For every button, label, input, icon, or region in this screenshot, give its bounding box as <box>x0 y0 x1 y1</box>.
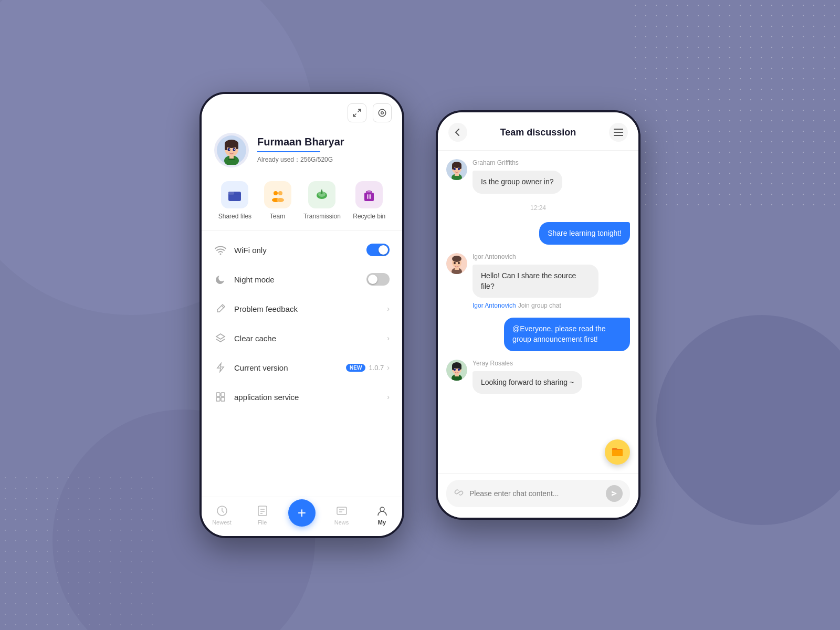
service-label: application service <box>234 393 380 402</box>
svg-point-65 <box>452 256 461 262</box>
link-icon[interactable] <box>454 487 464 500</box>
action-shared-files[interactable]: Shared files <box>218 181 251 220</box>
wifi-toggle[interactable] <box>366 244 390 256</box>
svg-point-12 <box>233 148 236 151</box>
chat-screen: Team discussion <box>438 112 638 518</box>
chat-input-row <box>446 480 630 507</box>
file-label: File <box>258 519 267 526</box>
msg-time: 12:24 <box>446 204 630 212</box>
chevron-icon: › <box>387 334 390 342</box>
newest-label: Newest <box>212 519 232 526</box>
action-team[interactable]: Team <box>264 181 291 220</box>
expand-icon-button[interactable] <box>348 103 366 122</box>
chevron-icon: › <box>387 363 390 372</box>
igor-avatar <box>446 253 467 274</box>
msg-6-content: Yeray Rosales Looking forward to sharing… <box>472 360 582 394</box>
msg-1-sender: Graham Griffiths <box>472 159 562 166</box>
join-notice: Igor Antonovich Join group chat <box>472 302 598 309</box>
feedback-arrow: › <box>387 304 390 313</box>
news-icon <box>335 505 348 517</box>
chat-header: Team discussion <box>438 112 638 151</box>
service-arrow: › <box>387 393 390 401</box>
msg-1-content: Graham Griffiths Is the group owner in? <box>472 159 562 194</box>
svg-rect-15 <box>228 159 235 160</box>
pencil-icon <box>214 302 227 315</box>
join-name: Igor Antonovich <box>472 302 516 309</box>
graham-avatar <box>446 159 467 180</box>
svg-marker-35 <box>217 363 224 372</box>
menu-item-wifi[interactable]: WiFi only <box>202 235 402 265</box>
team-label: Team <box>270 213 285 220</box>
svg-rect-74 <box>459 365 461 370</box>
night-mode-label: Night mode <box>234 275 359 284</box>
msg-3-bubble: Share learning tonight! <box>539 222 630 245</box>
svg-rect-38 <box>216 397 220 401</box>
svg-rect-41 <box>258 506 267 516</box>
message-5: @Everyone, please read the group announc… <box>446 318 630 351</box>
file-icon <box>256 505 269 517</box>
svg-point-11 <box>228 148 230 151</box>
menu-item-cache[interactable]: Clear cache › <box>202 323 402 353</box>
cache-label: Clear cache <box>234 334 380 343</box>
menu-item-version[interactable]: Current version NEW 1.0.7 › <box>202 353 402 382</box>
svg-point-59 <box>454 168 456 170</box>
profile-name: Furmaan Bharyar <box>257 136 390 148</box>
cache-arrow: › <box>387 334 390 342</box>
nav-file[interactable]: File <box>248 505 277 526</box>
float-folder-button[interactable] <box>605 439 630 465</box>
my-icon <box>376 505 388 517</box>
night-toggle[interactable] <box>366 273 390 286</box>
message-1: Graham Griffiths Is the group owner in? <box>446 159 630 194</box>
feedback-label: Problem feedback <box>234 304 380 313</box>
message-3: Share learning tonight! <box>446 222 630 245</box>
news-label: News <box>334 519 349 526</box>
back-button[interactable] <box>448 123 467 142</box>
svg-rect-29 <box>367 194 368 199</box>
action-recycle-bin[interactable]: Recycle bin <box>353 181 385 220</box>
join-text: Join group chat <box>518 302 561 309</box>
add-button[interactable]: + <box>288 499 316 527</box>
svg-point-32 <box>220 254 222 255</box>
msg-5-content: @Everyone, please read the group announc… <box>504 318 630 351</box>
profile-header: Furmaan Bharyar Already used：256G/520G <box>202 128 402 176</box>
svg-point-76 <box>458 368 460 370</box>
chat-messages: Graham Griffiths Is the group owner in? … <box>438 151 638 473</box>
svg-line-1 <box>353 114 356 117</box>
chat-menu-button[interactable] <box>609 123 628 142</box>
chat-title: Team discussion <box>474 127 603 138</box>
settings-icon-button[interactable] <box>373 103 392 122</box>
nav-my[interactable]: My <box>368 505 396 526</box>
my-label: My <box>378 519 386 526</box>
nav-newest[interactable]: Newest <box>207 505 236 526</box>
wifi-toggle-knob <box>379 245 388 255</box>
chevron-icon: › <box>387 393 390 401</box>
nav-news[interactable]: News <box>327 505 356 526</box>
svg-rect-39 <box>221 397 225 401</box>
msg-6-bubble: Looking forward to sharing ~ <box>472 371 582 394</box>
chat-input-field[interactable] <box>469 489 601 498</box>
send-button[interactable] <box>606 485 623 502</box>
wifi-icon <box>214 244 227 256</box>
msg-5-bubble: @Everyone, please read the group announc… <box>504 318 630 351</box>
menu-item-feedback[interactable]: Problem feedback › <box>202 294 402 323</box>
svg-point-48 <box>380 507 384 511</box>
moon-icon <box>214 273 227 286</box>
svg-rect-17 <box>228 192 234 195</box>
svg-rect-31 <box>370 194 371 199</box>
wifi-label: WiFi only <box>234 246 359 255</box>
action-transmission[interactable]: Transmission <box>303 181 341 220</box>
right-phone: Team discussion <box>436 110 640 520</box>
svg-point-2 <box>381 112 384 114</box>
menu-item-night[interactable]: Night mode <box>202 265 402 294</box>
svg-point-21 <box>277 198 284 202</box>
avatar <box>214 133 249 167</box>
grid-icon <box>214 391 227 403</box>
svg-point-67 <box>458 262 460 264</box>
recycle-bin-label: Recycle bin <box>353 213 385 220</box>
dots-decoration-bottom-left <box>0 472 158 630</box>
profile-screen: Furmaan Bharyar Already used：256G/520G <box>202 94 402 536</box>
svg-rect-10 <box>236 143 238 149</box>
profile-toolbar <box>202 94 402 128</box>
menu-item-service[interactable]: application service › <box>202 382 402 412</box>
svg-rect-58 <box>459 164 461 169</box>
